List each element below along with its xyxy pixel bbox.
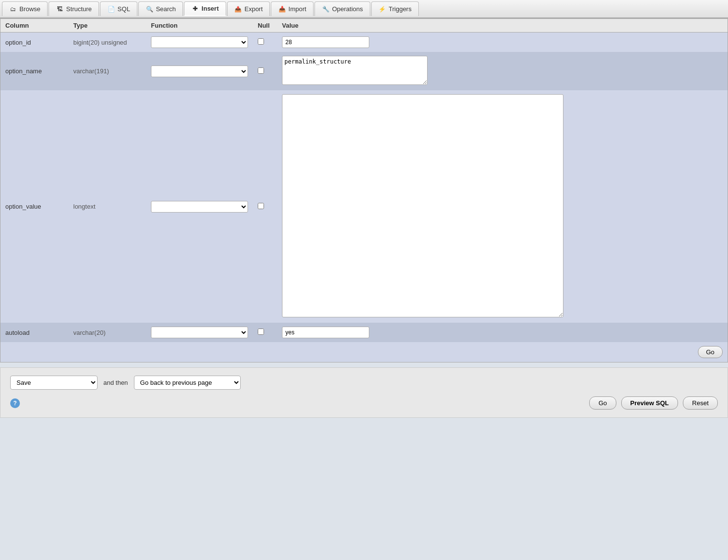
- col-header-column: Column: [0, 19, 68, 33]
- tab-operations[interactable]: 🔧 Operations: [314, 1, 370, 16]
- tab-sql[interactable]: 📄 SQL: [100, 1, 137, 16]
- function-select-option-name[interactable]: [151, 66, 248, 77]
- tab-export-label: Export: [245, 5, 263, 13]
- insert-table: Column Type Function Null Value option_i…: [0, 19, 728, 362]
- tab-export[interactable]: 📤 Export: [227, 1, 270, 16]
- help-icon[interactable]: ?: [10, 398, 20, 408]
- value-input-autoload[interactable]: [282, 327, 369, 338]
- main-content: Column Type Function Null Value option_i…: [0, 18, 728, 362]
- tab-import[interactable]: 📥 Import: [271, 1, 314, 16]
- tab-browse[interactable]: 🗂 Browse: [2, 1, 48, 16]
- after-select[interactable]: Go back to previous page Insert another …: [134, 376, 241, 390]
- col-function-option-id: [146, 33, 253, 52]
- save-select[interactable]: Save Ignore: [10, 376, 98, 390]
- table-row: option_value longtext: [0, 90, 728, 323]
- col-name-option-id: option_id: [0, 33, 68, 52]
- search-icon: 🔍: [146, 5, 153, 13]
- and-then-label: and then: [103, 379, 128, 386]
- col-header-type: Type: [68, 19, 146, 33]
- null-checkbox-option-id[interactable]: [258, 38, 264, 45]
- col-value-option-id: [277, 33, 728, 52]
- col-value-option-name: permalink_structure: [277, 52, 728, 90]
- col-name-autoload: autoload: [0, 323, 68, 342]
- col-type-option-value: longtext: [68, 90, 146, 323]
- col-function-option-value: [146, 90, 253, 323]
- tab-import-label: Import: [288, 5, 306, 13]
- import-icon: 📥: [278, 5, 286, 13]
- browse-icon: 🗂: [9, 5, 17, 13]
- tab-insert-label: Insert: [201, 5, 218, 12]
- col-header-null: Null: [253, 19, 277, 33]
- tab-browse-label: Browse: [19, 5, 40, 13]
- col-function-autoload: [146, 323, 253, 342]
- value-input-option-id[interactable]: [282, 36, 369, 48]
- bottom-row-buttons: ? Go Preview SQL Reset: [10, 396, 718, 410]
- col-name-option-value: option_value: [0, 90, 68, 323]
- reset-button[interactable]: Reset: [683, 396, 718, 410]
- preview-sql-button[interactable]: Preview SQL: [621, 396, 678, 410]
- col-null-option-name: [253, 52, 277, 90]
- function-select-autoload[interactable]: [151, 327, 248, 338]
- col-null-autoload: [253, 323, 277, 342]
- triggers-icon: ⚡: [379, 5, 386, 13]
- structure-icon: 🏗: [56, 5, 64, 13]
- tab-triggers[interactable]: ⚡ Triggers: [371, 1, 419, 16]
- tab-structure[interactable]: 🏗 Structure: [49, 1, 99, 16]
- table-row: option_id bigint(20) unsigned: [0, 33, 728, 52]
- go-row: Go: [0, 342, 728, 362]
- tab-search[interactable]: 🔍 Search: [138, 1, 183, 16]
- table-row: option_name varchar(191) permalink_struc…: [0, 52, 728, 90]
- tab-structure-label: Structure: [66, 5, 92, 13]
- insert-icon: ✚: [191, 5, 199, 13]
- export-icon: 📤: [234, 5, 242, 13]
- col-header-value: Value: [277, 19, 728, 33]
- tab-insert[interactable]: ✚ Insert: [184, 1, 226, 16]
- col-header-function: Function: [146, 19, 253, 33]
- tab-search-label: Search: [156, 5, 176, 13]
- null-checkbox-option-value[interactable]: [258, 203, 264, 209]
- tab-bar: 🗂 Browse 🏗 Structure 📄 SQL 🔍 Search ✚ In…: [0, 0, 728, 18]
- sql-icon: 📄: [107, 5, 115, 13]
- table-row: autoload varchar(20): [0, 323, 728, 342]
- col-name-option-name: option_name: [0, 52, 68, 90]
- col-null-option-id: [253, 33, 277, 52]
- value-textarea-option-name[interactable]: permalink_structure: [282, 56, 428, 85]
- go-button-table[interactable]: Go: [698, 346, 723, 358]
- function-select-option-id[interactable]: [151, 36, 248, 48]
- bottom-panel: Save Ignore and then Go back to previous…: [0, 367, 728, 418]
- col-type-autoload: varchar(20): [68, 323, 146, 342]
- col-function-option-name: [146, 52, 253, 90]
- tab-sql-label: SQL: [117, 5, 130, 13]
- function-select-option-value[interactable]: [151, 201, 248, 213]
- null-checkbox-autoload[interactable]: [258, 329, 264, 335]
- col-type-option-name: varchar(191): [68, 52, 146, 90]
- operations-icon: 🔧: [322, 5, 330, 13]
- col-value-option-value: [277, 90, 728, 323]
- col-type-option-id: bigint(20) unsigned: [68, 33, 146, 52]
- bottom-row-actions: Save Ignore and then Go back to previous…: [10, 376, 718, 390]
- go-button-bottom[interactable]: Go: [589, 396, 616, 410]
- tab-operations-label: Operations: [332, 5, 363, 13]
- value-textarea-option-value[interactable]: [282, 94, 563, 317]
- col-null-option-value: [253, 90, 277, 323]
- null-checkbox-option-name[interactable]: [258, 67, 264, 74]
- col-value-autoload: [277, 323, 728, 342]
- tab-triggers-label: Triggers: [389, 5, 412, 13]
